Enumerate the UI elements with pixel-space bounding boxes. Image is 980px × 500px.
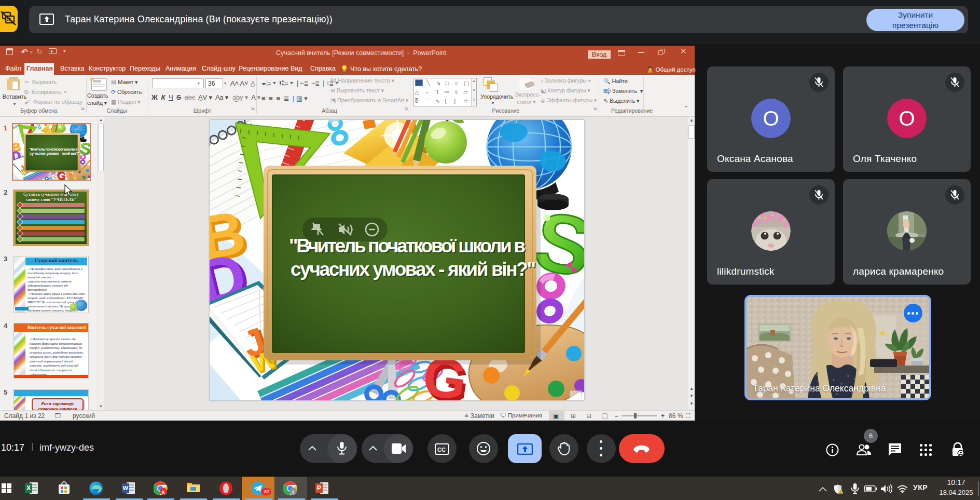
svg-text:сучасних умовах - який він?": сучасних умовах - який він?" [30,152,80,156]
svg-text:CC: CC [437,447,446,453]
svg-text:X: X [26,484,31,492]
svg-text:"Вчитель початкової школи в: "Вчитель початкової школи в [29,147,78,152]
svg-text:!: ! [840,491,841,494]
svg-text:W: W [123,485,129,491]
svg-text:сучасних умовах - який він?": сучасних умовах - який він?" [291,259,536,280]
svg-text:K: K [162,490,165,495]
svg-text:P: P [317,484,321,492]
svg-text:T: T [292,489,295,495]
